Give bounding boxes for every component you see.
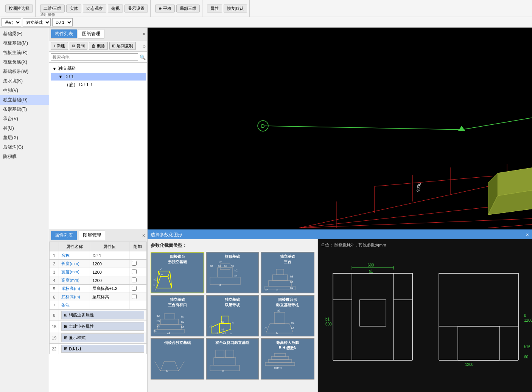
prop-name-4[interactable]: 高度(mm) xyxy=(59,276,90,285)
prop-name-3[interactable]: 宽度(mm) xyxy=(59,268,90,276)
btn-new[interactable]: + 新建 xyxy=(51,42,68,50)
section-item-3[interactable]: 独立基础三台 h1 h2 h3 b b2 xyxy=(261,252,314,293)
section-item-1[interactable]: 四棱锥台形独立基础 b a a1 h1 h xyxy=(151,252,204,293)
tab-component-list[interactable]: 构件列表 xyxy=(51,29,77,39)
more-btn[interactable]: » xyxy=(143,43,146,49)
panel-close-btn[interactable]: × xyxy=(143,31,146,37)
section-text-15: 土建业务属性 xyxy=(69,324,94,329)
toolbar-btn-pan[interactable]: ⊕ 平移 xyxy=(155,5,175,12)
sidebar-item-jicheng-u[interactable]: 桩(U) xyxy=(0,124,49,133)
subcategory-select[interactable]: 独立基础 xyxy=(23,18,51,26)
sidebar-item-zhujiao-v[interactable]: 柱脚(V) xyxy=(0,86,49,95)
toolbar-btn-local-3d[interactable]: 局部三维 xyxy=(176,5,200,12)
section-label-15[interactable]: ⊞ 土建业务属性 xyxy=(59,321,147,332)
toolbar-section-user-panel: 属性 恢复默认 xyxy=(205,0,250,17)
prop-extra-check-4[interactable] xyxy=(132,277,137,282)
sidebar-item-jiasheng-x[interactable]: 垫层(X) xyxy=(0,133,49,143)
sidebar-item-chengban-r[interactable]: 筏板主筋(R) xyxy=(0,48,49,57)
svg-rect-91 xyxy=(216,350,224,358)
category-select[interactable]: 基础 xyxy=(2,18,21,26)
toolbar-btn-select-by-attr[interactable]: 按属性选择 xyxy=(5,5,33,12)
section-item-9[interactable]: 等高砖大放脚B H 级数N 级数N xyxy=(261,338,314,380)
viewport[interactable]: D 9000 选择参数化图形 × xyxy=(148,28,532,392)
prop-value-5[interactable]: 层底标高+1.2 xyxy=(90,285,129,293)
toolbar-btn-2d3d[interactable]: 二维/三维 xyxy=(40,5,65,12)
section-item-6[interactable]: 四棱锥台形独立基础带柱 a2 h2 b1 h1 b xyxy=(261,295,314,336)
search-input[interactable] xyxy=(51,53,138,61)
sidebar-item-guizheng-t[interactable]: 条形基础(T) xyxy=(0,105,49,114)
sidebar-item-chengji-v[interactable]: 承台(V) xyxy=(0,114,49,124)
btn-copy[interactable]: ⧉ 复制 xyxy=(70,42,87,50)
svg-rect-49 xyxy=(272,275,288,280)
section-item-7[interactable]: 倒棱台独立基础 b xyxy=(151,338,204,380)
toolbar-btn-solid[interactable]: 实体 xyxy=(66,5,81,12)
svg-rect-58 xyxy=(160,319,179,324)
prop-value-1[interactable]: DJ-1 xyxy=(90,251,129,260)
svg-text:h1: h1 xyxy=(221,328,224,331)
sidebar-item-jichudai-w[interactable]: 基础板带(W) xyxy=(0,67,49,76)
prop-name-5[interactable]: 顶标高(m) xyxy=(59,285,90,293)
prop-extra-check-2[interactable] xyxy=(132,261,137,266)
toolbar-btn-dynamic-view[interactable]: 动态观察 xyxy=(83,5,106,12)
tab-attr-list[interactable]: 属性列表 xyxy=(51,231,77,240)
toolbar-btn-properties[interactable]: 属性 xyxy=(207,5,222,12)
btn-layer-copy[interactable]: ⊞ 层间复制 xyxy=(109,42,136,50)
sidebar-item-housougou-g[interactable]: 后浇沟(G) xyxy=(0,143,49,152)
prop-value-3[interactable]: 1200 xyxy=(90,268,129,276)
section-item-8[interactable]: 双台双杯口独立基础 b xyxy=(206,338,260,380)
svg-text:b: b xyxy=(155,289,156,291)
svg-rect-36 xyxy=(210,277,240,285)
props-close-btn[interactable]: × xyxy=(142,232,145,239)
prop-name-6[interactable]: 底标高(m) xyxy=(59,293,90,301)
tree-item-dj1[interactable]: ▼ DJ-1 xyxy=(51,73,146,81)
toolbar-btn-restore-default[interactable]: 恢复默认 xyxy=(224,5,247,12)
prop-value-4[interactable]: 1200 xyxy=(90,276,129,285)
svg-text:D: D xyxy=(261,123,264,129)
col-num xyxy=(50,242,59,251)
sidebar-item-duli-d[interactable]: 独立基础(D) xyxy=(0,95,49,105)
toolbar-btn-top-view[interactable]: 俯视 xyxy=(108,5,123,12)
section-item-5[interactable]: 独立基础双层带坡 b1 h2 h1 h a1 ad xyxy=(206,295,260,336)
btn-delete[interactable]: 🗑 删除 xyxy=(89,42,108,50)
prop-value-2[interactable]: 1200 xyxy=(90,260,129,268)
svg-text:h: h xyxy=(154,284,155,287)
prop-name-7[interactable]: 备注 xyxy=(59,301,90,310)
prop-value-7[interactable] xyxy=(90,301,129,310)
tab-layer-mgmt[interactable]: 图层管理 xyxy=(79,231,105,240)
prop-name-2[interactable]: 长度(mm) xyxy=(59,260,90,268)
svg-text:b: b xyxy=(166,370,168,372)
prop-num-1: 1 xyxy=(50,251,59,260)
prop-extra-check-6[interactable] xyxy=(132,294,137,299)
sidebar-item-jishui-k[interactable]: 集水坑(K) xyxy=(0,76,49,86)
tree-category-duli[interactable]: ▼ 独立基础 xyxy=(51,64,146,73)
section-item-4[interactable]: 独立基础三台有杯口 b1 a3 b3 b2 h1 xyxy=(151,295,204,336)
sidebar-item-jichu-f[interactable]: 基础梁(F) xyxy=(0,29,49,39)
tree-item-arrow: ▼ xyxy=(58,74,63,79)
prop-value-6[interactable]: 层底标高 xyxy=(90,293,129,301)
section-label-8: 双台双杯口独立基础 xyxy=(215,340,249,346)
section-label-19[interactable]: ⊞ 显示样式 xyxy=(59,332,147,344)
prop-extra-check-3[interactable] xyxy=(132,269,137,274)
prop-row-6: 6 底标高(m) 层底标高 xyxy=(50,293,147,301)
search-icon[interactable]: 🔍 xyxy=(140,54,146,60)
toolbar-section-common: 二维/三维 实体 动态观察 俯视 显示设置 通用操作 xyxy=(38,0,151,17)
center-panel: 构件列表 图纸管理 × + 新建 ⧉ 复制 🗑 删除 ⊞ 层间复制 » 🔍 xyxy=(49,28,148,392)
sidebar-item-chengban-m[interactable]: 筏板基础(M) xyxy=(0,39,49,48)
element-select[interactable]: DJ-1 xyxy=(52,18,73,26)
prop-extra-check-5[interactable] xyxy=(132,286,137,291)
dialog-close-btn[interactable]: × xyxy=(526,232,529,238)
section-label-22[interactable]: ⊞ DJ-1-1 xyxy=(59,344,147,354)
tree-item-label: DJ-1 xyxy=(64,74,74,79)
bottom-dialog: 选择参数化图形 × 参数化截面类型： 四棱锥台形独立基础 xyxy=(148,229,532,392)
toolbar-btn-display-settings[interactable]: 显示设置 xyxy=(124,5,148,12)
sidebar-item-fangjimuo[interactable]: 防积膜 xyxy=(0,152,49,161)
tab-drawing-mgmt[interactable]: 图纸管理 xyxy=(78,29,104,39)
svg-text:a2: a2 xyxy=(219,261,222,263)
tree-item-dj1-1[interactable]: （底） DJ-1-1 xyxy=(51,81,146,89)
prop-name-1[interactable]: 名称 xyxy=(59,251,90,260)
svg-text:bb: bb xyxy=(210,265,213,267)
section-item-2[interactable]: 杯形基础 a2 bb b3 b2 h3 h2 xyxy=(206,252,260,293)
section-label-8[interactable]: ⊞ 钢筋业务属性 xyxy=(59,310,147,321)
prop-row-2: 2 长度(mm) 1200 xyxy=(50,260,147,268)
sidebar-item-fuhe-x[interactable]: 筏板负筋(X) xyxy=(0,57,49,67)
